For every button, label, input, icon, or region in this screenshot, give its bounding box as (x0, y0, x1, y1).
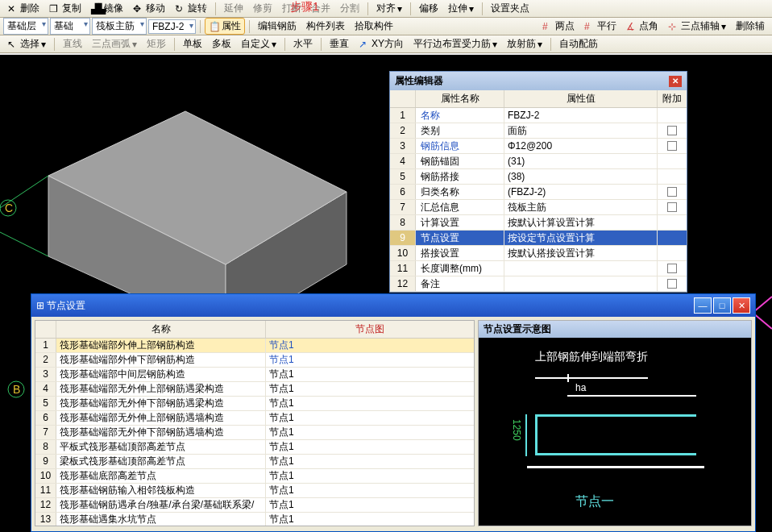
prop-row-3[interactable]: 3钢筋信息Φ12@200 (390, 139, 687, 154)
node-settings-dialog: ⊞ 节点设置 — □ ✕ 名称 节点图 1筏形基础端部外伸上部钢筋构造节点12筏… (31, 293, 756, 532)
node-row-13[interactable]: 13筏形基础遇集水坑节点节点1 (35, 513, 474, 526)
svg-line-3 (0, 232, 48, 256)
preview-ha: ha (575, 382, 586, 393)
node-row-3[interactable]: 3筏形基础端部中间层钢筋构造节点1 (35, 368, 474, 382)
properties-button[interactable]: 📋属性 (205, 18, 245, 35)
prop-row-7[interactable]: 7汇总信息筏板主筋 (390, 200, 687, 215)
close-button[interactable]: ✕ (733, 297, 750, 314)
point-angle-button[interactable]: ∡点角 (622, 18, 662, 35)
property-editor-titlebar[interactable]: 属性编辑器 ✕ (390, 72, 687, 90)
xy-direction-button[interactable]: ↗XY方向 (355, 35, 408, 52)
preview-title: 节点设置示意图 (479, 321, 751, 338)
checkbox[interactable] (667, 141, 677, 151)
rotate-button[interactable]: ↻旋转 (171, 0, 211, 17)
preview-top-label: 上部钢筋伸到端部弯折 (535, 350, 648, 364)
select-button[interactable]: ↖选择▾ (3, 35, 50, 52)
node-col-img: 节点图 (266, 321, 474, 338)
delete-aux-button[interactable]: 删除辅 (732, 18, 769, 35)
rect-button[interactable]: 矩形 (143, 35, 170, 52)
custom-button[interactable]: 自定义▾ (237, 35, 280, 52)
node-row-10[interactable]: 10筏形基础底部高差节点节点1 (35, 469, 474, 484)
prop-row-11[interactable]: 11长度调整(mm) (390, 261, 687, 276)
two-point-button[interactable]: #两点 (538, 18, 579, 35)
preview-canvas: 上部钢筋伸到端部弯折 ha 1250 节点一 (479, 340, 751, 526)
horizontal-button[interactable]: 水平 (289, 35, 317, 52)
offset-button[interactable]: 偏移 (415, 0, 442, 17)
move-button[interactable]: ✥移动 (129, 0, 169, 17)
node-col-name: 名称 (56, 321, 266, 338)
toolbar-edit: ✕删除 ❐复制 ▟▙镜像 ✥移动 ↻旋转 延伸 修剪 打断 合并 分割 对齐▾ … (0, 0, 772, 18)
prop-row-9[interactable]: 9节点设置按设定节点设置计算 (390, 231, 687, 246)
category-dropdown[interactable]: 基础 (50, 18, 90, 35)
element-dropdown[interactable]: FBZJ-2 (148, 19, 196, 34)
node-row-8[interactable]: 8平板式筏形基础顶部高差节点节点1 (35, 440, 474, 455)
property-editor-close-button[interactable]: ✕ (669, 76, 682, 87)
props-icon: 📋 (209, 21, 220, 32)
prop-row-4[interactable]: 4钢筋锚固(31) (390, 154, 687, 169)
maximize-button[interactable]: □ (713, 297, 731, 314)
prop-row-8[interactable]: 8计算设置按默认计算设置计算 (390, 215, 687, 231)
prop-row-10[interactable]: 10搭接设置按默认搭接设置计算 (390, 246, 687, 261)
node-row-7[interactable]: 7筏形基础端部无外伸下部钢筋遇墙构造节点1 (35, 426, 474, 440)
checkbox[interactable] (667, 202, 677, 212)
prop-row-2[interactable]: 2类别面筋 (390, 123, 687, 139)
merge-button[interactable]: 合并 (307, 0, 334, 17)
stretch-button[interactable]: 拉伸▾ (444, 0, 478, 17)
aux-icon: ⊹ (668, 21, 679, 32)
node-row-6[interactable]: 6筏形基础端部无外伸上部钢筋遇墙构造节点1 (35, 411, 474, 426)
node-dialog-icon: ⊞ (36, 300, 44, 311)
property-editor-panel: 属性编辑器 ✕ 属性名称 属性值 附加 1名称FBZJ-22类别面筋3钢筋信息Φ… (389, 71, 687, 293)
align-button[interactable]: 对齐▾ (372, 0, 406, 17)
checkbox[interactable] (667, 126, 677, 135)
node-row-4[interactable]: 4筏形基础端部无外伸上部钢筋遇梁构造节点1 (35, 382, 474, 397)
layer-dropdown[interactable]: 基础层 (3, 18, 48, 35)
copy-button[interactable]: ❐复制 (45, 0, 85, 17)
three-point-aux-button[interactable]: ⊹三点辅轴▾ (664, 18, 730, 35)
node-row-12[interactable]: 12筏形基础钢筋遇承台/独基/承台梁/基础联系梁/节点1 (35, 498, 474, 513)
node-dialog-titlebar[interactable]: ⊞ 节点设置 — □ ✕ (31, 294, 755, 317)
parallel-icon: # (584, 21, 596, 32)
subcat-dropdown[interactable]: 筏板主筋 (92, 18, 147, 35)
line-button[interactable]: 直线 (59, 35, 86, 52)
checkbox[interactable] (667, 264, 677, 273)
node-row-9[interactable]: 9梁板式筏形基础顶部高差节点节点1 (35, 455, 474, 469)
prop-row-6[interactable]: 6归类名称(FBZJ-2) (390, 185, 687, 200)
node-row-2[interactable]: 2筏形基础端部外伸下部钢筋构造节点1 (35, 353, 474, 368)
trim-button[interactable]: 修剪 (249, 0, 276, 17)
property-editor-title: 属性编辑器 (395, 74, 443, 88)
node-dialog-title: 节点设置 (47, 300, 85, 311)
edit-rebar-button[interactable]: 编辑钢筋 (254, 18, 301, 35)
auto-rebar-button[interactable]: 自动配筋 (555, 35, 602, 52)
checkbox[interactable] (667, 187, 677, 197)
rotate-icon: ↻ (175, 3, 186, 15)
extend-button[interactable]: 延伸 (220, 0, 247, 17)
node-preview-panel: 节点设置示意图 上部钢筋伸到端部弯折 ha 1250 节点一 (478, 320, 752, 526)
vertical-button[interactable]: 垂直 (326, 35, 353, 52)
prop-row-1[interactable]: 1名称FBZJ-2 (390, 108, 687, 123)
angle-icon: ∡ (626, 21, 637, 32)
single-panel-button[interactable]: 单板 (179, 35, 206, 52)
component-list-button[interactable]: 构件列表 (302, 18, 349, 35)
property-editor-header: 属性名称 属性值 附加 (390, 90, 687, 108)
parallel-button[interactable]: #平行 (580, 18, 621, 35)
parallel-edge-button[interactable]: 平行边布置受力筋▾ (409, 35, 501, 52)
arc-button[interactable]: 三点画弧▾ (88, 35, 141, 52)
split-button[interactable]: 分割 (336, 0, 363, 17)
checkbox[interactable] (667, 279, 677, 289)
break-button[interactable]: 打断 (278, 0, 305, 17)
node-row-11[interactable]: 11筏形基础钢筋输入相邻筏板构造节点1 (35, 484, 474, 498)
mirror-button[interactable]: ▟▙镜像 (87, 0, 127, 17)
minimize-button[interactable]: — (694, 297, 712, 314)
preview-bottom-label: 节点一 (575, 493, 614, 510)
preview-dim: 1250 (511, 419, 522, 441)
prop-row-12[interactable]: 12备注 (390, 276, 687, 292)
delete-button[interactable]: ✕删除 (3, 0, 44, 17)
grid-icon: # (542, 21, 554, 32)
node-row-1[interactable]: 1筏形基础端部外伸上部钢筋构造节点1 (35, 339, 474, 353)
prop-row-5[interactable]: 5钢筋搭接(38) (390, 169, 687, 185)
radial-rebar-button[interactable]: 放射筋▾ (503, 35, 546, 52)
multi-panel-button[interactable]: 多板 (208, 35, 235, 52)
pick-component-button[interactable]: 拾取构件 (351, 18, 397, 35)
grip-button[interactable]: 设置夹点 (487, 0, 533, 17)
node-row-5[interactable]: 5筏形基础端部无外伸下部钢筋遇梁构造节点1 (35, 397, 474, 411)
